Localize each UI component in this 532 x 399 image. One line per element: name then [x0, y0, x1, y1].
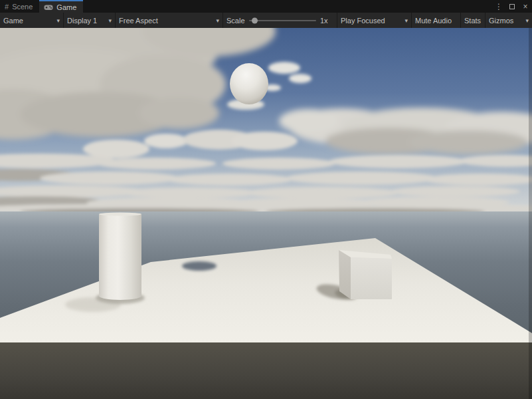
chevron-down-icon: ▾ — [52, 17, 60, 24]
play-focused-label: Play Focused — [341, 17, 385, 25]
scale-slider-track[interactable] — [249, 20, 316, 21]
sphere-object — [230, 63, 268, 104]
scale-control: Scale 1x — [223, 13, 337, 28]
game-view-toolbar: Game ▾ Display 1 ▾ Free Aspect ▾ Scale 1… — [0, 13, 532, 28]
aspect-ratio-label: Free Aspect — [119, 17, 158, 25]
tab-scene[interactable]: # Scene — [0, 0, 39, 13]
mute-audio-label: Mute Audio — [415, 17, 452, 25]
maximize-icon[interactable] — [507, 2, 517, 11]
scale-label: Scale — [226, 17, 245, 25]
rendered-scene — [0, 28, 532, 399]
game-target-dropdown[interactable]: Game ▾ — [0, 13, 64, 28]
aspect-ratio-dropdown[interactable]: Free Aspect ▾ — [116, 13, 223, 28]
gamepad-icon — [44, 4, 53, 11]
stats-button[interactable]: Stats — [461, 13, 486, 28]
tab-strip: # Scene Game ⋮ × — [0, 0, 532, 13]
tab-game[interactable]: Game — [39, 0, 83, 13]
display-dropdown[interactable]: Display 1 ▾ — [64, 13, 116, 28]
game-viewport[interactable] — [0, 28, 532, 399]
stats-label: Stats — [464, 17, 481, 25]
window-controls: ⋮ × — [494, 0, 530, 13]
scene-grid-icon: # — [5, 3, 9, 11]
chevron-down-icon: ▾ — [400, 17, 408, 24]
dark-ground — [0, 342, 532, 399]
game-target-label: Game — [3, 17, 23, 25]
play-focused-dropdown[interactable]: Play Focused ▾ — [337, 13, 412, 28]
gizmos-dropdown[interactable]: Gizmos ▾ — [486, 13, 532, 28]
scale-value: 1x — [320, 17, 333, 25]
viewport-edge-shade — [529, 28, 532, 399]
gizmos-label: Gizmos — [489, 17, 513, 25]
scale-slider-knob[interactable] — [252, 17, 258, 23]
kebab-menu-icon[interactable]: ⋮ — [494, 2, 503, 11]
chevron-down-icon: ▾ — [104, 17, 112, 24]
close-icon[interactable]: × — [521, 2, 530, 11]
tab-game-label: Game — [56, 3, 76, 11]
cube-object — [339, 250, 392, 299]
unity-game-view-window: # Scene Game ⋮ × Game ▾ D — [0, 0, 532, 399]
mute-audio-button[interactable]: Mute Audio — [412, 13, 461, 28]
chevron-down-icon: ▾ — [521, 17, 529, 24]
chevron-down-icon: ▾ — [212, 17, 219, 24]
display-label: Display 1 — [67, 17, 97, 25]
sphere-shadow — [182, 261, 217, 271]
scale-slider[interactable] — [249, 20, 316, 21]
cylinder-object — [96, 213, 145, 305]
tab-scene-label: Scene — [12, 3, 33, 11]
